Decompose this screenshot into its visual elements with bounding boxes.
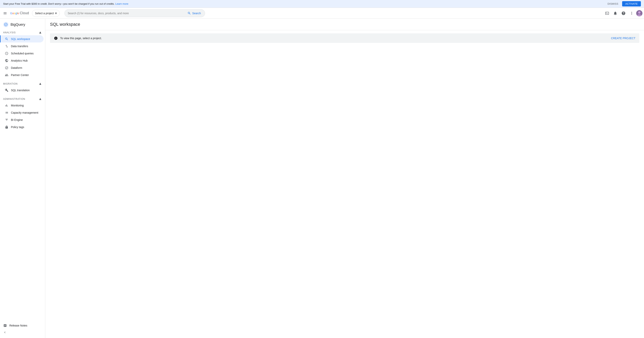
analysis-section-header[interactable]: Analysis ▲: [0, 29, 45, 35]
sidebar-item-release-notes[interactable]: Release Notes: [0, 322, 44, 329]
administration-section-title: Administration: [3, 98, 25, 100]
sidebar-item-sql-workspace[interactable]: SQL workspace: [0, 35, 44, 42]
analysis-chevron-icon: ▲: [38, 30, 42, 34]
search-bar: Search: [64, 9, 205, 17]
search-label: Search: [192, 12, 201, 15]
sidebar-item-bi-engine[interactable]: BI Engine: [0, 116, 44, 123]
collapse-sidebar-button[interactable]: [0, 329, 45, 336]
activate-button[interactable]: ACTIVATE: [622, 1, 641, 6]
search-icon: [188, 11, 191, 15]
search-nav-icon: [5, 37, 8, 41]
analytics-hub-label: Analytics Hub: [11, 59, 28, 62]
administration-chevron-icon: ▲: [38, 97, 42, 101]
bigquery-header: BigQuery: [0, 19, 45, 29]
learn-more-link[interactable]: Learn more: [116, 2, 128, 5]
notifications-button[interactable]: [612, 9, 619, 17]
migration-section-title: Migration: [3, 82, 18, 85]
google-logo-text: Google: [10, 12, 19, 15]
dismiss-button[interactable]: DISMISS: [606, 1, 620, 6]
top-banner: Start your Free Trial with $300 in credi…: [0, 0, 644, 8]
policy-tags-label: Policy tags: [11, 126, 24, 129]
release-notes-icon: [3, 323, 7, 328]
svg-point-3: [4, 23, 8, 26]
svg-point-1: [638, 11, 640, 14]
main-content: SQL workspace To view this page, select …: [45, 19, 644, 338]
monitoring-icon: [5, 103, 8, 107]
bq-logo-icon: [4, 23, 8, 26]
sql-workspace-label: SQL workspace: [11, 37, 30, 40]
sidebar-bottom: Release Notes: [0, 319, 45, 336]
info-icon: [54, 36, 58, 40]
more-vert-icon: [630, 11, 634, 15]
release-notes-label: Release Notes: [9, 324, 27, 327]
sidebar-item-scheduled-queries[interactable]: Scheduled queries: [0, 50, 44, 57]
sidebar-item-policy-tags[interactable]: Policy tags: [0, 123, 44, 131]
info-message: To view this page, select a project.: [60, 37, 102, 40]
info-banner-left: To view this page, select a project.: [54, 36, 102, 40]
sidebar-item-data-transfers[interactable]: Data transfers: [0, 42, 44, 50]
sidebar: BigQuery Analysis ▲ SQL workspace Data t…: [0, 19, 45, 338]
sidebar-item-partner-center[interactable]: Partner Center: [0, 71, 44, 79]
banner-actions: DISMISS ACTIVATE: [606, 1, 641, 6]
bigquery-icon: [3, 22, 8, 27]
administration-section-header[interactable]: Administration ▲: [0, 95, 45, 102]
monitoring-label: Monitoring: [11, 104, 24, 107]
page-title: SQL workspace: [45, 19, 644, 30]
sidebar-item-dataform[interactable]: Dataform: [0, 64, 44, 71]
create-project-link[interactable]: CREATE PROJECT: [611, 37, 636, 40]
search-button[interactable]: Search: [187, 11, 202, 15]
avatar-icon: [636, 10, 642, 16]
data-transfers-label: Data transfers: [11, 45, 28, 48]
cloud-shell-icon: [605, 11, 609, 15]
bigquery-title: BigQuery: [10, 23, 25, 27]
avatar[interactable]: [636, 10, 642, 16]
google-cloud-logo[interactable]: Google Cloud: [10, 11, 29, 15]
select-project-button[interactable]: Select a project ▾: [32, 10, 60, 17]
sidebar-item-analytics-hub[interactable]: Analytics Hub: [0, 57, 44, 64]
help-icon: [621, 11, 626, 15]
dataform-icon: [5, 66, 8, 70]
cloud-shell-button[interactable]: [604, 9, 611, 17]
transfers-icon: [5, 44, 8, 48]
analytics-hub-icon: [5, 58, 8, 63]
cloud-text: Cloud: [20, 11, 29, 15]
bell-icon: [613, 11, 618, 15]
dataform-label: Dataform: [11, 66, 22, 69]
search-input[interactable]: [68, 12, 187, 15]
partner-center-label: Partner Center: [11, 73, 29, 77]
wrench-icon: [5, 88, 8, 92]
header-icons: [604, 9, 642, 17]
sql-translation-label: SQL translation: [11, 89, 30, 92]
migration-section-header[interactable]: Migration ▲: [0, 80, 45, 87]
chevron-down-icon: ▾: [55, 11, 57, 15]
help-button[interactable]: [620, 9, 627, 17]
clock-icon: [5, 51, 8, 55]
app-body: BigQuery Analysis ▲ SQL workspace Data t…: [0, 19, 644, 338]
migration-chevron-icon: ▲: [38, 82, 42, 86]
bi-engine-icon: [5, 118, 8, 122]
collapse-icon: [3, 331, 7, 334]
capacity-management-label: Capacity management: [11, 111, 38, 114]
bi-engine-label: BI Engine: [11, 118, 23, 121]
policy-icon: [5, 125, 8, 129]
sidebar-item-sql-translation[interactable]: SQL translation: [0, 87, 44, 94]
analysis-section-title: Analysis: [3, 31, 16, 34]
hamburger-icon: [3, 11, 7, 15]
capacity-icon: [5, 111, 8, 115]
more-options-button[interactable]: [628, 9, 636, 17]
select-project-label: Select a project: [35, 12, 54, 15]
banner-message: Start your Free Trial with $300 in credi…: [3, 2, 114, 5]
menu-button[interactable]: [2, 10, 8, 17]
banner-text: Start your Free Trial with $300 in credi…: [3, 2, 128, 5]
partner-icon: [5, 73, 8, 77]
scheduled-queries-label: Scheduled queries: [11, 52, 34, 55]
sidebar-item-capacity-management[interactable]: Capacity management: [0, 109, 44, 116]
sidebar-item-monitoring[interactable]: Monitoring: [0, 102, 44, 109]
info-banner: To view this page, select a project. CRE…: [50, 33, 639, 43]
header: Google Cloud Select a project ▾ Search: [0, 8, 644, 19]
